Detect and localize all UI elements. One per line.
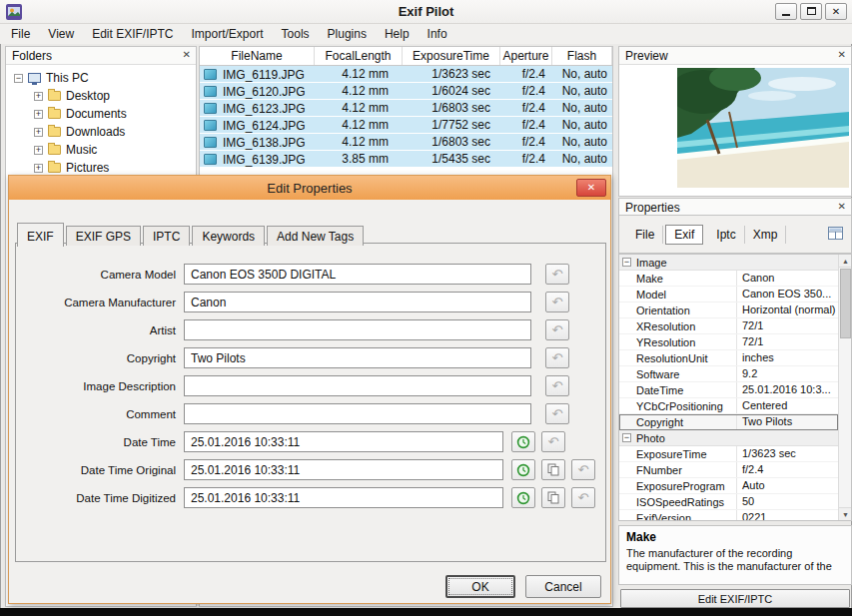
undo-button[interactable]: ↶ [545,292,569,312]
scrollbar-thumb[interactable] [840,269,851,338]
column-header-flash[interactable]: Flash [552,47,612,65]
collapse-icon[interactable]: − [622,258,631,267]
cancel-button[interactable]: Cancel [525,575,601,598]
close-button[interactable]: ✕ [825,3,847,20]
undo-button[interactable]: ↶ [541,431,565,452]
dialog-close-button[interactable]: ✕ [576,179,606,197]
camera-model-input[interactable] [184,264,531,285]
properties-tab-file[interactable]: File [627,226,663,244]
collapse-icon[interactable]: − [622,433,631,442]
camera-manufacturer-input[interactable] [184,292,531,312]
property-group-photo[interactable]: −Photo [619,430,838,446]
property-row[interactable]: CopyrightTwo Pilots [619,414,838,430]
copy-button[interactable] [541,487,565,508]
close-icon[interactable]: ✕ [183,49,191,60]
column-header-exposuretime[interactable]: ExposureTime [403,47,500,65]
property-row[interactable]: ExifVersion0221 [619,510,838,521]
expand-icon[interactable]: + [34,164,43,173]
copyright-input[interactable] [184,347,531,368]
menu-item-info[interactable]: Info [419,24,456,41]
calendar-clock-button[interactable] [511,459,535,480]
ok-button[interactable]: OK [445,575,515,598]
scroll-up-icon[interactable]: ▲ [839,255,852,268]
undo-button[interactable]: ↶ [545,347,569,368]
menu-item-view[interactable]: View [39,24,83,41]
property-row[interactable]: ResolutionUnitinches [619,350,838,366]
column-header-focallength[interactable]: FocalLength [315,47,403,65]
menu-item-plugins[interactable]: Plugins [319,24,376,41]
property-row[interactable]: Software9.2 [619,366,838,382]
dialog-tab-exif-gps[interactable]: EXIF GPS [66,226,141,246]
field-row-camera-model: Camera Model↶ [16,264,605,286]
expand-icon[interactable]: + [34,128,43,137]
file-row[interactable]: IMG_6123.JPG4.12 mm1/6803 secf/2.4No, au… [200,100,612,117]
property-value: inches [736,350,838,365]
column-header-filename[interactable]: FileName [200,47,315,65]
close-icon[interactable]: ✕ [838,201,846,212]
undo-button[interactable]: ↶ [545,319,569,340]
minimize-button[interactable] [775,3,797,20]
tree-item-desktop[interactable]: +Desktop [6,87,196,105]
menu-item-help[interactable]: Help [376,24,419,41]
tree-item-music[interactable]: +Music [6,141,196,159]
dialog-tab-iptc[interactable]: IPTC [143,226,190,246]
properties-tab-exif[interactable]: Exif [665,225,703,245]
property-row[interactable]: OrientationHorizontal (normal) [619,303,838,318]
property-row[interactable]: MakeCanon [619,271,838,287]
calendar-clock-button[interactable] [511,487,535,508]
menu-item-edit-exif-iptc[interactable]: Edit EXIF/IPTC [83,24,182,41]
file-row[interactable]: IMG_6139.JPG3.85 mm1/5435 secf/2.4No, au… [200,151,612,168]
copy-button[interactable] [541,459,565,480]
dialog-title-bar: Edit Properties ✕ [9,176,610,200]
undo-button[interactable]: ↶ [545,264,569,285]
file-row[interactable]: IMG_6119.JPG4.12 mm1/3623 secf/2.4No, au… [200,66,612,83]
dialog-tab-add-new-tags[interactable]: Add New Tags [267,226,364,246]
expand-icon[interactable]: + [34,92,43,101]
column-header-aperture[interactable]: Aperture [500,47,552,65]
properties-scrollbar[interactable]: ▲ ▼ [838,255,851,520]
tree-item-this-pc[interactable]: −This PC [6,69,196,87]
image-description-input[interactable] [184,375,531,396]
properties-tab-xmp[interactable]: Xmp [745,226,787,244]
undo-button[interactable]: ↶ [571,459,595,480]
close-icon[interactable]: ✕ [838,49,846,60]
tree-item-documents[interactable]: +Documents [6,105,196,123]
expand-icon[interactable]: + [34,110,43,119]
dialog-tab-keywords[interactable]: Keywords [192,226,265,246]
menu-item-import-export[interactable]: Import/Export [183,24,273,41]
dialog-tab-exif[interactable]: EXIF [17,223,64,247]
maximize-button[interactable] [800,3,822,20]
property-group-image[interactable]: −Image [619,255,838,271]
edit-exif-iptc-button[interactable]: Edit EXIF/IPTC [620,589,850,608]
undo-button[interactable]: ↶ [571,487,595,508]
property-row[interactable]: DateTime25.01.2016 10:3... [619,382,838,398]
property-row[interactable]: YResolution72/1 [619,334,838,350]
property-row[interactable]: ExposureProgramAuto [619,478,838,494]
menu-item-tools[interactable]: Tools [273,24,319,41]
property-row[interactable]: ISOSpeedRatings50 [619,494,838,510]
properties-tab-iptc[interactable]: Iptc [708,226,744,244]
expand-icon[interactable]: + [34,146,43,155]
undo-button[interactable]: ↶ [545,403,569,424]
scroll-down-icon[interactable]: ▼ [839,507,852,520]
tree-item-downloads[interactable]: +Downloads [6,123,196,141]
menu-item-file[interactable]: File [2,24,39,41]
date-time-input[interactable] [184,431,503,452]
file-row[interactable]: IMG_6124.JPG4.12 mm1/7752 secf/2.4No, au… [200,117,612,134]
file-row[interactable]: IMG_6120.JPG4.12 mm1/6024 secf/2.4No, au… [200,83,612,100]
calendar-clock-button[interactable] [511,431,535,452]
view-mode-icon[interactable] [828,226,843,244]
date-time-original-input[interactable] [184,459,503,480]
comment-input[interactable] [184,403,531,424]
undo-button[interactable]: ↶ [545,375,569,396]
property-row[interactable]: FNumberf/2.4 [619,462,838,478]
collapse-icon[interactable]: − [14,74,23,83]
property-row[interactable]: ModelCanon EOS 350... [619,287,838,303]
property-row[interactable]: YCbCrPositioningCentered [619,398,838,414]
artist-input[interactable] [184,319,531,340]
property-row[interactable]: ExposureTime1/3623 sec [619,446,838,462]
image-file-icon [204,137,217,148]
file-row[interactable]: IMG_6138.JPG4.12 mm1/6803 secf/2.4No, au… [200,134,612,151]
date-time-digitized-input[interactable] [184,487,503,508]
property-row[interactable]: XResolution72/1 [619,318,838,334]
